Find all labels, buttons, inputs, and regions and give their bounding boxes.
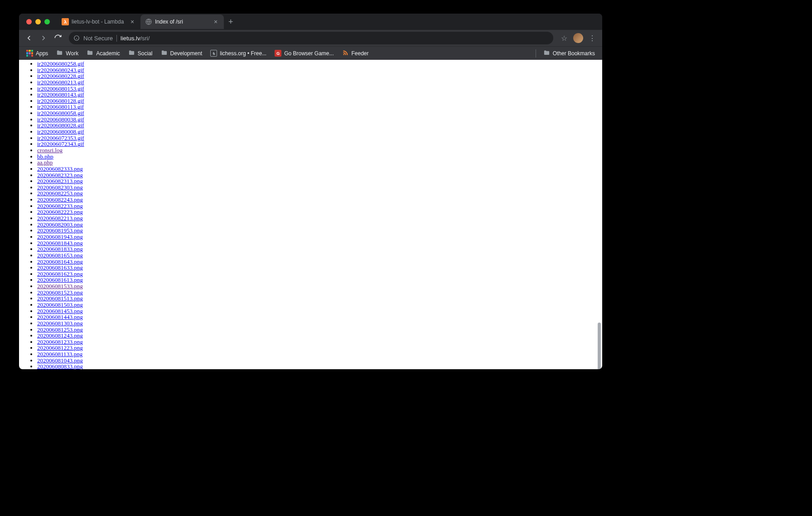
lichess-icon: ♞ xyxy=(210,50,217,57)
list-item: 202006081513.png xyxy=(37,295,602,302)
list-item: ir202006080113.gif xyxy=(37,104,602,110)
info-icon[interactable] xyxy=(73,35,80,41)
bookmark-feeder[interactable]: Feeder xyxy=(338,48,372,59)
list-item: 202006081523.png xyxy=(37,289,602,296)
list-item: ir202006080028.gif xyxy=(37,122,602,129)
list-item: ir202006080213.gif xyxy=(37,79,602,86)
bookmark-apps[interactable]: Apps xyxy=(23,48,52,58)
bookmark-label: Other Bookmarks xyxy=(553,50,595,57)
url-path: /sri/ xyxy=(140,35,150,42)
bookmark-academic[interactable]: Academic xyxy=(83,48,124,59)
list-item: 202006082253.png xyxy=(37,190,602,197)
maximize-window-button[interactable] xyxy=(44,19,50,24)
list-item: 202006081533.png xyxy=(37,283,602,289)
tab-title: lietus-lv-bot - Lambda xyxy=(72,19,126,25)
list-item: ir202006080143.gif xyxy=(37,92,602,98)
list-item: 202006081953.png xyxy=(37,227,602,234)
kebab-menu-button[interactable]: ⋮ xyxy=(586,32,599,44)
bookmark-label: Apps xyxy=(36,50,48,57)
list-item: ir202006080128.gif xyxy=(37,98,602,104)
toolbar: Not Secure lietus.lv/sri/ ☆ ⋮ xyxy=(19,30,602,46)
security-status: Not Secure xyxy=(83,35,117,42)
file-link[interactable]: 202006080833.png xyxy=(37,363,83,369)
address-bar[interactable]: Not Secure lietus.lv/sri/ xyxy=(69,32,553,44)
folder-icon xyxy=(161,49,168,58)
list-item: 202006081653.png xyxy=(37,252,602,259)
tab-title: Index of /sri xyxy=(155,19,209,25)
globe-icon xyxy=(145,18,152,25)
go-game-icon: G xyxy=(275,50,281,57)
list-item: 202006081443.png xyxy=(37,314,602,320)
list-item: 202006081243.png xyxy=(37,333,602,339)
tabs: λ lietus-lv-bot - Lambda × Index of /sri… xyxy=(57,14,224,29)
bookmarks-bar: Apps Work Academic Social Development ♞ … xyxy=(19,46,602,60)
list-item: ir202006080258.gif xyxy=(37,61,602,67)
list-item: ir202006072353.gif xyxy=(37,135,602,141)
bookmark-star-button[interactable]: ☆ xyxy=(558,32,570,44)
list-item: 202006081503.png xyxy=(37,302,602,308)
scrollbar[interactable] xyxy=(596,60,602,369)
list-item: 202006082333.png xyxy=(37,166,602,172)
list-item: ir202006080038.gif xyxy=(37,116,602,123)
bookmark-social[interactable]: Social xyxy=(125,48,156,59)
bookmark-lichess[interactable]: ♞ lichess.org • Free... xyxy=(207,48,270,58)
list-item: 202006082313.png xyxy=(37,178,602,184)
folder-icon xyxy=(87,49,93,58)
list-item: 202006082233.png xyxy=(37,203,602,209)
list-item: 202006081453.png xyxy=(37,308,602,314)
list-item: 202006080833.png xyxy=(37,363,602,369)
url-host: lietus.lv xyxy=(121,35,140,42)
reload-button[interactable] xyxy=(52,32,64,44)
back-button[interactable] xyxy=(23,32,35,44)
bookmark-label: Feeder xyxy=(352,50,369,57)
list-item: 202006081303.png xyxy=(37,320,602,327)
tab-bar: λ lietus-lv-bot - Lambda × Index of /sri… xyxy=(19,14,602,30)
profile-avatar[interactable] xyxy=(573,33,583,43)
url-text: lietus.lv/sri/ xyxy=(121,35,150,42)
bookmark-label: Go Browser Game... xyxy=(284,50,334,57)
list-item: 202006081943.png xyxy=(37,234,602,240)
lambda-icon: λ xyxy=(62,18,69,25)
bookmark-label: Social xyxy=(138,50,153,57)
list-item: 202006082003.png xyxy=(37,222,602,228)
list-item: 202006081623.png xyxy=(37,271,602,277)
list-item: 202006081223.png xyxy=(37,345,602,351)
tab-index[interactable]: Index of /sri × xyxy=(140,14,224,29)
rss-icon xyxy=(342,49,349,58)
scrollbar-thumb[interactable] xyxy=(598,323,601,369)
list-item: 202006082223.png xyxy=(37,209,602,215)
list-item: 202006081833.png xyxy=(37,246,602,252)
bookmark-development[interactable]: Development xyxy=(157,48,206,59)
bookmark-other[interactable]: Other Bookmarks xyxy=(540,48,599,59)
close-tab-button[interactable]: × xyxy=(212,17,219,26)
close-tab-button[interactable]: × xyxy=(129,17,136,26)
bookmark-go-game[interactable]: G Go Browser Game... xyxy=(271,48,337,58)
window-controls xyxy=(23,19,53,24)
tab-lambda[interactable]: λ lietus-lv-bot - Lambda × xyxy=(57,14,140,29)
list-item: 202006082303.png xyxy=(37,184,602,191)
bookmark-work[interactable]: Work xyxy=(53,48,82,59)
list-item: cronsri.log xyxy=(37,147,602,154)
list-item: 202006082323.png xyxy=(37,172,602,178)
list-item: 202006081643.png xyxy=(37,259,602,265)
list-item: ir202006080058.gif xyxy=(37,110,602,116)
list-item: ir202006080008.gif xyxy=(37,129,602,135)
list-item: 202006081633.png xyxy=(37,265,602,271)
list-item: 202006081613.png xyxy=(37,277,602,283)
folder-icon xyxy=(56,49,63,58)
bookmark-label: lichess.org • Free... xyxy=(220,50,266,57)
close-window-button[interactable] xyxy=(26,19,32,24)
minimize-window-button[interactable] xyxy=(35,19,41,24)
list-item: 202006082213.png xyxy=(37,215,602,222)
new-tab-button[interactable]: + xyxy=(224,17,238,27)
forward-button[interactable] xyxy=(37,32,50,44)
list-item: 202006081133.png xyxy=(37,351,602,357)
folder-icon xyxy=(543,49,550,58)
list-item: ir202006080228.gif xyxy=(37,73,602,79)
list-item: ir202006072343.gif xyxy=(37,141,602,147)
page-content: ir202006080258.gifir202006080243.gifir20… xyxy=(19,60,602,369)
folder-icon xyxy=(128,49,135,58)
bookmark-label: Development xyxy=(170,50,203,57)
list-item: 202006081043.png xyxy=(37,357,602,364)
list-item: 202006081253.png xyxy=(37,327,602,333)
